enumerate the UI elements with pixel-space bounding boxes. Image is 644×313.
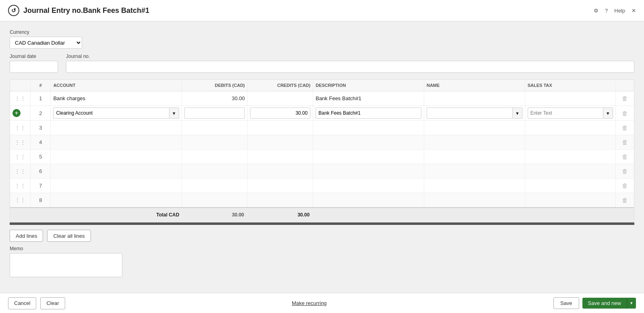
row-num: 3 [31, 121, 51, 135]
add-row-button[interactable]: + [12, 109, 21, 117]
debits-input[interactable] [184, 107, 245, 119]
header: ↺ Journal Entry no.Bank Fees Batch#1 ⚙ ?… [0, 0, 644, 21]
delete-row-icon[interactable]: 🗑 [622, 197, 628, 204]
sales-tax-wrapper: ▾ [528, 107, 613, 119]
row-debits [182, 150, 248, 164]
delete-row-icon[interactable]: 🗑 [622, 124, 628, 131]
cancel-button[interactable]: Cancel [8, 297, 36, 309]
delete-row-icon[interactable]: 🗑 [622, 153, 628, 160]
memo-label: Memo [10, 246, 634, 251]
save-and-new-group: Save and new ▾ [582, 298, 636, 309]
currency-label: Currency [10, 29, 634, 35]
total-debits: 30.00 [182, 208, 248, 222]
journal-date-input[interactable]: 12/09/2024 [10, 61, 58, 73]
make-recurring-link[interactable]: Make recurring [292, 300, 327, 306]
table-row: ⋮⋮ 7 🗑 [10, 179, 634, 193]
header-actions: ⚙ ? Help ✕ [594, 8, 636, 14]
delete-row-icon[interactable]: 🗑 [622, 182, 628, 189]
journal-date-group: Journal date 12/09/2024 [10, 54, 58, 73]
row-account: Bank charges [51, 91, 182, 106]
row-description-cell [313, 106, 424, 121]
drag-handle[interactable]: ⋮⋮ [10, 91, 31, 106]
row-credits [248, 179, 313, 193]
help-label[interactable]: Help [614, 8, 625, 14]
account-input[interactable] [53, 107, 169, 119]
delete-row-icon[interactable]: 🗑 [622, 168, 628, 175]
row-sales-tax [525, 121, 616, 135]
journal-table: # ACCOUNT DEBITS (CAD) CREDITS (CAD) DES… [10, 80, 634, 222]
row-description [313, 150, 424, 164]
delete-row-icon[interactable]: 🗑 [622, 139, 628, 146]
help-icon[interactable]: ? [605, 8, 608, 14]
table-row: ⋮⋮ 6 🗑 [10, 164, 634, 179]
currency-select[interactable]: CAD Canadian Dollar [10, 37, 82, 49]
row-name [424, 179, 525, 193]
row-description [313, 135, 424, 150]
memo-textarea[interactable] [10, 253, 122, 277]
table-row: ⋮⋮ 3 🗑 [10, 121, 634, 135]
table-row: ⋮⋮ 5 🗑 [10, 150, 634, 164]
journal-table-container: # ACCOUNT DEBITS (CAD) CREDITS (CAD) DES… [10, 79, 634, 222]
drag-handle[interactable]: ⋮⋮ [10, 164, 31, 179]
col-sales-tax: SALES TAX [525, 80, 616, 91]
row-credits [248, 164, 313, 179]
journal-no-input[interactable]: Bank Fees Batch#1 [66, 61, 634, 73]
drag-handle[interactable]: ⋮⋮ [10, 135, 31, 150]
table-body: ⋮⋮ 1 Bank charges 30.00 Bank Fees Batch#… [10, 91, 634, 222]
col-description: DESCRIPTION [313, 80, 424, 91]
journal-date-label: Journal date [10, 54, 58, 59]
row-name [424, 150, 525, 164]
account-dropdown-btn[interactable]: ▾ [169, 107, 179, 119]
clear-button[interactable]: Clear [40, 297, 65, 309]
row-sales-tax [525, 193, 616, 208]
row-name [424, 135, 525, 150]
delete-row-icon[interactable]: 🗑 [622, 95, 628, 102]
drag-handle[interactable]: ⋮⋮ [10, 150, 31, 164]
drag-handle[interactable]: ⋮⋮ [10, 121, 31, 135]
row-credits [248, 121, 313, 135]
row-debits [182, 193, 248, 208]
close-icon[interactable]: ✕ [632, 8, 636, 14]
save-and-new-button[interactable]: Save and new [582, 298, 627, 309]
name-input[interactable] [427, 107, 513, 119]
row-credits [248, 91, 313, 106]
sales-tax-input[interactable] [528, 107, 604, 119]
currency-group: Currency CAD Canadian Dollar [10, 29, 634, 49]
header-title: ↺ Journal Entry no.Bank Fees Batch#1 [8, 5, 149, 16]
row-num: 4 [31, 135, 51, 150]
currency-select-wrapper: CAD Canadian Dollar [10, 37, 634, 49]
clear-all-lines-button[interactable]: Clear all lines [47, 230, 91, 242]
save-and-new-dropdown-button[interactable]: ▾ [627, 298, 636, 309]
row-sales-tax-cell: ▾ [525, 106, 616, 121]
save-button[interactable]: Save [553, 297, 579, 309]
journal-icon: ↺ [8, 5, 19, 16]
main-content: Currency CAD Canadian Dollar Journal dat… [0, 21, 644, 293]
col-num: # [31, 80, 51, 91]
row-sales-tax [525, 150, 616, 164]
row-account [51, 135, 182, 150]
credits-input[interactable] [250, 107, 310, 119]
row-name [424, 91, 525, 106]
row-credits [248, 135, 313, 150]
table-row: + 2 ▾ [10, 106, 634, 121]
row-num: 7 [31, 179, 51, 193]
row-debits: 30.00 [182, 91, 248, 106]
settings-icon[interactable]: ⚙ [594, 8, 599, 14]
row-description [313, 121, 424, 135]
add-lines-button[interactable]: Add lines [10, 230, 43, 242]
drag-handle[interactable]: ⋮⋮ [10, 193, 31, 208]
table-actions: Add lines Clear all lines [10, 225, 634, 246]
name-dropdown-btn[interactable]: ▾ [513, 107, 522, 119]
col-debits: DEBITS (CAD) [182, 80, 248, 91]
row-sales-tax [525, 179, 616, 193]
delete-row-icon[interactable]: 🗑 [622, 110, 628, 117]
row-num: 1 [31, 91, 51, 106]
sales-tax-dropdown-btn[interactable]: ▾ [603, 107, 613, 119]
row-name-cell: ▾ [424, 106, 525, 121]
drag-handle[interactable]: ⋮⋮ [10, 179, 31, 193]
row-description [313, 179, 424, 193]
row-description [313, 193, 424, 208]
footer-left: Cancel Clear [8, 297, 65, 309]
description-input[interactable] [316, 107, 421, 119]
row-name [424, 164, 525, 179]
